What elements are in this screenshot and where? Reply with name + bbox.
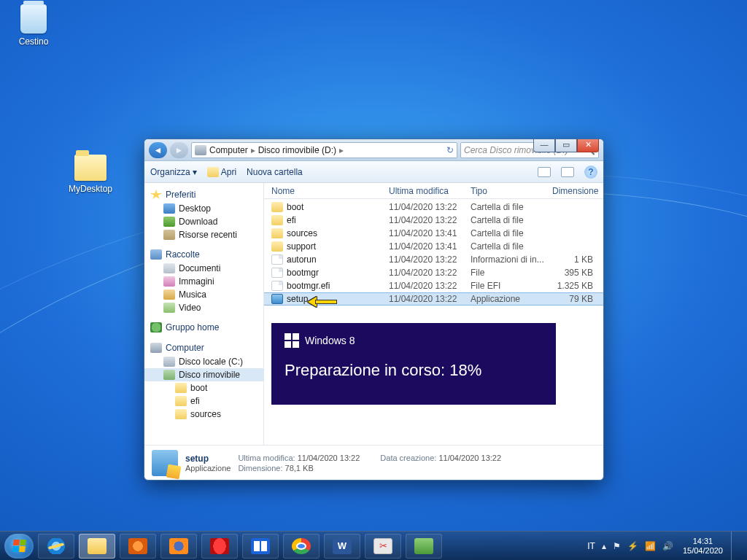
windows-flag-icon <box>12 540 26 552</box>
column-headers[interactable]: Nome Ultima modifica Tipo Dimensione <box>264 183 603 199</box>
file-row-sources[interactable]: sources11/04/2020 13:41Cartella di file <box>264 227 603 240</box>
col-size[interactable]: Dimensione <box>552 186 603 196</box>
action-center-icon[interactable]: ⚑ <box>613 541 621 551</box>
setup-progress-overlay: Windows 8 Preparazione in corso: 18% <box>271 323 556 405</box>
ie-icon <box>47 538 66 554</box>
col-type[interactable]: Tipo <box>471 186 552 196</box>
sidebar-item-sources[interactable]: sources <box>144 408 263 421</box>
video-icon <box>163 303 175 313</box>
power-icon[interactable]: ⚡ <box>627 541 638 551</box>
view-options-button[interactable] <box>538 167 551 177</box>
breadcrumb-computer[interactable]: Computer <box>209 145 248 155</box>
file-icon <box>271 281 283 291</box>
recycle-bin-label: Cestino <box>19 36 49 47</box>
start-button[interactable] <box>4 534 34 559</box>
col-modified[interactable]: Ultima modifica <box>389 186 471 196</box>
system-tray: IT ▴ ⚑ ⚡ 📶 🔊 14:31 15/04/2020 <box>587 532 743 561</box>
overlay-message: Preparazione in corso: 18% <box>285 361 543 380</box>
app-icon <box>271 294 283 304</box>
music-icon <box>163 289 175 300</box>
taskbar-ie[interactable] <box>38 534 74 559</box>
help-button[interactable]: ? <box>584 166 597 179</box>
sidebar-item-images[interactable]: Immagini <box>144 275 263 288</box>
show-desktop-button[interactable] <box>731 532 740 561</box>
file-icon <box>271 254 283 265</box>
sidebar-item-download[interactable]: Download <box>144 215 263 228</box>
taskbar-installer[interactable] <box>406 534 442 559</box>
usb-drive-icon <box>163 370 175 380</box>
file-icon <box>271 268 283 278</box>
annotation-arrow <box>308 297 340 307</box>
installer-icon <box>414 538 433 554</box>
mydesktop-folder[interactable]: MyDesktop <box>63 155 118 194</box>
preview-pane-button[interactable] <box>561 167 574 177</box>
file-row-efi[interactable]: efi11/04/2020 13:22Cartella di file <box>264 214 603 227</box>
taskbar-word[interactable]: W <box>324 534 360 559</box>
computer-icon <box>150 343 162 353</box>
chevron-right-icon: ▸ <box>339 145 344 155</box>
refresh-icon[interactable]: ↻ <box>446 145 454 155</box>
media-player-icon <box>128 538 147 554</box>
sidebar-favorites[interactable]: Preferiti <box>144 187 263 202</box>
nav-back-button[interactable]: ◄ <box>149 142 167 158</box>
address-bar[interactable]: Computer ▸ Disco rimovibile (D:) ▸ ↻ <box>191 142 457 158</box>
tray-chevron-icon[interactable]: ▴ <box>602 541 606 551</box>
recycle-bin[interactable]: Cestino <box>6 4 61 47</box>
sidebar-item-recent[interactable]: Risorse recenti <box>144 228 263 241</box>
folder-icon <box>271 228 283 238</box>
word-icon: W <box>333 538 352 554</box>
taskbar-explorer[interactable] <box>79 534 115 559</box>
minimize-button[interactable]: — <box>533 139 555 152</box>
sidebar-item-efi[interactable]: efi <box>144 394 263 408</box>
folder-icon <box>74 155 107 181</box>
organize-menu[interactable]: Organizza ▾ <box>150 167 197 177</box>
computer-icon <box>195 145 206 155</box>
sidebar-item-documents[interactable]: Documenti <box>144 262 263 275</box>
libraries-icon <box>150 249 162 260</box>
file-row-bootmgr[interactable]: bootmgr11/04/2020 13:22File395 KB <box>264 266 603 279</box>
sidebar-item-music[interactable]: Musica <box>144 288 263 301</box>
documents-icon <box>163 263 175 273</box>
sidebar-item-local-disk[interactable]: Disco locale (C:) <box>144 355 263 368</box>
col-name[interactable]: Nome <box>271 186 389 196</box>
nav-forward-button[interactable]: ► <box>170 142 188 158</box>
file-list-pane: Nome Ultima modifica Tipo Dimensione boo… <box>264 183 603 445</box>
sidebar-item-boot[interactable]: boot <box>144 381 263 394</box>
file-row-support[interactable]: support11/04/2020 13:41Cartella di file <box>264 240 603 253</box>
taskbar-media-player[interactable] <box>120 534 156 559</box>
sidebar-item-removable-disk[interactable]: Disco rimovibile <box>144 368 263 381</box>
taskbar-snipping-tool[interactable] <box>365 534 401 559</box>
taskbar-chrome[interactable] <box>283 534 320 559</box>
star-icon <box>150 190 162 200</box>
file-row-boot[interactable]: boot11/04/2020 13:22Cartella di file <box>264 201 603 214</box>
sidebar-item-video[interactable]: Video <box>144 301 263 314</box>
sidebar-computer[interactable]: Computer <box>144 341 263 355</box>
maximize-button[interactable]: ▭ <box>555 139 577 152</box>
taskbar-maxthon[interactable] <box>242 534 279 559</box>
taskbar-opera[interactable] <box>201 534 238 559</box>
chevron-right-icon: ▸ <box>251 145 255 155</box>
windows-logo-icon <box>285 333 299 348</box>
sidebar-item-desktop[interactable]: Desktop <box>144 202 263 215</box>
details-title: setup <box>185 454 209 464</box>
new-folder-button[interactable]: Nuova cartella <box>247 167 303 177</box>
clock-time: 14:31 <box>683 537 723 546</box>
file-row-bootmgr-efi[interactable]: bootmgr.efi11/04/2020 13:22File EFI1.325… <box>264 279 603 292</box>
network-icon[interactable]: 📶 <box>645 541 656 551</box>
close-button[interactable]: ✕ <box>577 139 599 152</box>
explorer-window: — ▭ ✕ ◄ ► Computer ▸ Disco rimovibile (D… <box>144 139 604 481</box>
toolbar: Organizza ▾ Apri Nuova cartella ? <box>144 161 603 183</box>
sidebar-homegroup[interactable]: Gruppo home <box>144 320 263 335</box>
taskbar: W IT ▴ ⚑ ⚡ 📶 🔊 14:31 15/04/2020 <box>0 531 747 560</box>
mydesktop-label: MyDesktop <box>69 184 112 194</box>
volume-icon[interactable]: 🔊 <box>662 541 673 551</box>
file-row-autorun[interactable]: autorun11/04/2020 13:22Informazioni di i… <box>264 253 603 266</box>
language-indicator[interactable]: IT <box>587 541 595 551</box>
sidebar-libraries[interactable]: Raccolte <box>144 247 263 262</box>
clock[interactable]: 14:31 15/04/2020 <box>683 537 723 556</box>
open-button[interactable]: Apri <box>207 167 236 177</box>
breadcrumb-drive[interactable]: Disco rimovibile (D:) <box>258 145 336 155</box>
taskbar-firefox[interactable] <box>160 534 197 559</box>
homegroup-icon <box>150 322 162 332</box>
window-controls: — ▭ ✕ <box>533 139 599 152</box>
